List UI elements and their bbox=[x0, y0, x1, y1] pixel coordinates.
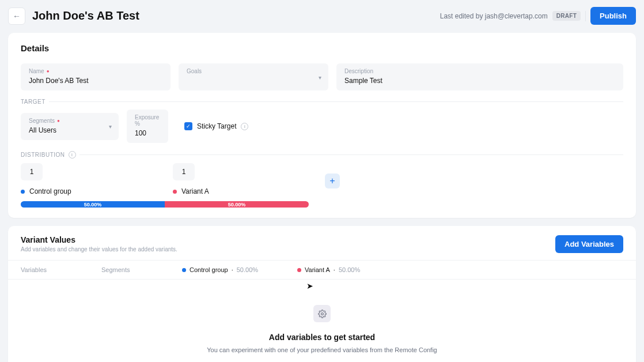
sticky-target-label: Sticky Target bbox=[197, 122, 236, 130]
add-variant-button[interactable]: + bbox=[325, 174, 340, 188]
name-field[interactable]: Name● John Doe's AB Test bbox=[21, 63, 171, 90]
arrow-left-icon: ← bbox=[13, 12, 21, 21]
last-edited-text: Last edited by jash@clevertap.com bbox=[440, 12, 548, 20]
chevron-down-icon: ▾ bbox=[109, 123, 112, 130]
variant-control-group: 1 Control group bbox=[21, 163, 165, 195]
info-icon[interactable]: i bbox=[241, 123, 248, 130]
details-title: Details bbox=[21, 43, 623, 53]
exposure-value: 100 bbox=[135, 129, 160, 137]
weight-input[interactable]: 1 bbox=[21, 163, 43, 180]
variant-name: Variant A bbox=[181, 187, 209, 195]
svg-point-0 bbox=[321, 312, 323, 315]
dot-icon bbox=[173, 190, 177, 194]
goals-field[interactable]: Goals ▾ bbox=[179, 63, 328, 90]
info-icon[interactable]: i bbox=[69, 151, 76, 159]
gear-icon-box bbox=[313, 305, 331, 322]
variant-a: 1 Variant A bbox=[173, 163, 317, 195]
empty-title: Add variables to get started bbox=[8, 333, 636, 342]
sticky-target-checkbox[interactable]: ✓ bbox=[184, 122, 192, 130]
description-value: Sample Test bbox=[344, 77, 615, 85]
add-variables-button[interactable]: Add Variables bbox=[555, 235, 623, 253]
segments-value: All Users bbox=[29, 126, 111, 134]
target-heading: TARGET bbox=[21, 99, 46, 105]
divider bbox=[49, 101, 623, 102]
chevron-down-icon: ▾ bbox=[319, 74, 321, 80]
name-value: John Doe's AB Test bbox=[29, 77, 162, 85]
back-button[interactable]: ← bbox=[8, 7, 25, 25]
exposure-field[interactable]: Exposure % 100 bbox=[127, 110, 168, 143]
variant-values-card: Variant Values Add variables and change … bbox=[8, 226, 636, 362]
plus-icon: + bbox=[329, 176, 335, 186]
divider bbox=[79, 154, 623, 155]
details-card: Details Name● John Doe's AB Test Goals ▾… bbox=[8, 33, 636, 218]
dot-icon bbox=[182, 268, 186, 272]
check-icon: ✓ bbox=[186, 123, 191, 129]
variant-values-title: Variant Values bbox=[21, 235, 555, 244]
required-indicator: ● bbox=[47, 69, 50, 74]
bar-segment-control: 50.00% bbox=[21, 201, 165, 208]
distribution-heading: DISTRIBUTION bbox=[21, 152, 65, 158]
page-title: John Doe's AB Test bbox=[32, 9, 433, 22]
empty-subtitle: You can experiment with one of your pred… bbox=[8, 346, 636, 353]
weight-input[interactable]: 1 bbox=[173, 163, 195, 180]
columns-header: Variables Segments Control group · 50.00… bbox=[8, 260, 636, 280]
variant-values-subtitle: Add variables and change their values fo… bbox=[21, 246, 555, 252]
bar-segment-variant-a: 50.00% bbox=[165, 201, 309, 208]
segments-field[interactable]: Segments● All Users ▾ bbox=[21, 113, 119, 140]
page-header: ← John Doe's AB Test Last edited by jash… bbox=[8, 7, 636, 25]
required-indicator: ● bbox=[57, 118, 60, 123]
status-badge: DRAFT bbox=[552, 11, 581, 21]
description-field[interactable]: Description Sample Test bbox=[336, 63, 623, 90]
col-variables: Variables bbox=[21, 266, 101, 273]
empty-state: Add variables to get started You can exp… bbox=[8, 280, 636, 362]
col-segments: Segments bbox=[101, 266, 182, 273]
gear-icon bbox=[318, 310, 327, 318]
col-variant-a: Variant A · 50.00% bbox=[297, 266, 412, 273]
dot-icon bbox=[21, 190, 25, 194]
divider bbox=[585, 11, 586, 21]
distribution-bar: 50.00% 50.00% bbox=[21, 201, 309, 208]
publish-button[interactable]: Publish bbox=[590, 7, 636, 25]
col-control-group: Control group · 50.00% bbox=[182, 266, 297, 273]
variant-name: Control group bbox=[29, 187, 71, 195]
dot-icon bbox=[297, 268, 301, 272]
